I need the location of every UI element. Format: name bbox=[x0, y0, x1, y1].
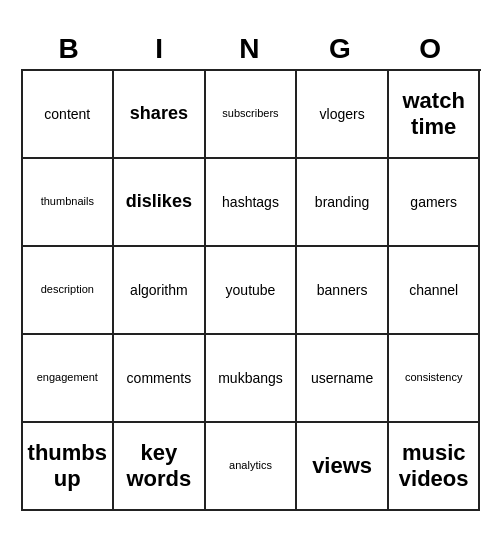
bingo-cell: comments bbox=[114, 335, 206, 423]
bingo-cell: vlogers bbox=[297, 71, 389, 159]
cell-text: branding bbox=[315, 194, 370, 211]
cell-text: engagement bbox=[37, 371, 98, 384]
bingo-cell: views bbox=[297, 423, 389, 511]
bingo-cell: description bbox=[23, 247, 115, 335]
bingo-cell: gamers bbox=[389, 159, 481, 247]
bingo-cell: thumbs up bbox=[23, 423, 115, 511]
bingo-cell: analytics bbox=[206, 423, 298, 511]
header-letter: G bbox=[297, 33, 385, 65]
cell-text: username bbox=[311, 370, 373, 387]
bingo-cell: engagement bbox=[23, 335, 115, 423]
cell-text: gamers bbox=[410, 194, 457, 211]
bingo-cell: key words bbox=[114, 423, 206, 511]
header-letter: B bbox=[26, 33, 114, 65]
cell-text: comments bbox=[127, 370, 192, 387]
bingo-cell: consistency bbox=[389, 335, 481, 423]
header-letter: N bbox=[206, 33, 294, 65]
bingo-cell: watch time bbox=[389, 71, 481, 159]
bingo-cell: username bbox=[297, 335, 389, 423]
bingo-cell: banners bbox=[297, 247, 389, 335]
bingo-cell: branding bbox=[297, 159, 389, 247]
cell-text: thumbnails bbox=[41, 195, 94, 208]
cell-text: views bbox=[312, 453, 372, 479]
cell-text: key words bbox=[118, 440, 200, 493]
bingo-cell: algorithm bbox=[114, 247, 206, 335]
header-letter: O bbox=[387, 33, 475, 65]
bingo-cell: channel bbox=[389, 247, 481, 335]
cell-text: banners bbox=[317, 282, 368, 299]
cell-text: content bbox=[44, 106, 90, 123]
cell-text: analytics bbox=[229, 459, 272, 472]
cell-text: music videos bbox=[393, 440, 475, 493]
cell-text: subscribers bbox=[222, 107, 278, 120]
header-letter: I bbox=[116, 33, 204, 65]
bingo-card: BINGO contentsharessubscribersvlogerswat… bbox=[11, 23, 491, 521]
bingo-cell: music videos bbox=[389, 423, 481, 511]
bingo-cell: shares bbox=[114, 71, 206, 159]
cell-text: dislikes bbox=[126, 191, 192, 213]
bingo-cell: thumbnails bbox=[23, 159, 115, 247]
bingo-cell: mukbangs bbox=[206, 335, 298, 423]
cell-text: consistency bbox=[405, 371, 462, 384]
cell-text: youtube bbox=[226, 282, 276, 299]
cell-text: channel bbox=[409, 282, 458, 299]
cell-text: thumbs up bbox=[27, 440, 109, 493]
bingo-header: BINGO bbox=[21, 33, 481, 65]
cell-text: watch time bbox=[393, 88, 475, 141]
bingo-grid: contentsharessubscribersvlogerswatch tim… bbox=[21, 69, 481, 511]
cell-text: hashtags bbox=[222, 194, 279, 211]
cell-text: algorithm bbox=[130, 282, 188, 299]
cell-text: shares bbox=[130, 103, 188, 125]
cell-text: description bbox=[41, 283, 94, 296]
bingo-cell: subscribers bbox=[206, 71, 298, 159]
bingo-cell: dislikes bbox=[114, 159, 206, 247]
bingo-cell: content bbox=[23, 71, 115, 159]
bingo-cell: youtube bbox=[206, 247, 298, 335]
cell-text: mukbangs bbox=[218, 370, 283, 387]
bingo-cell: hashtags bbox=[206, 159, 298, 247]
cell-text: vlogers bbox=[320, 106, 365, 123]
